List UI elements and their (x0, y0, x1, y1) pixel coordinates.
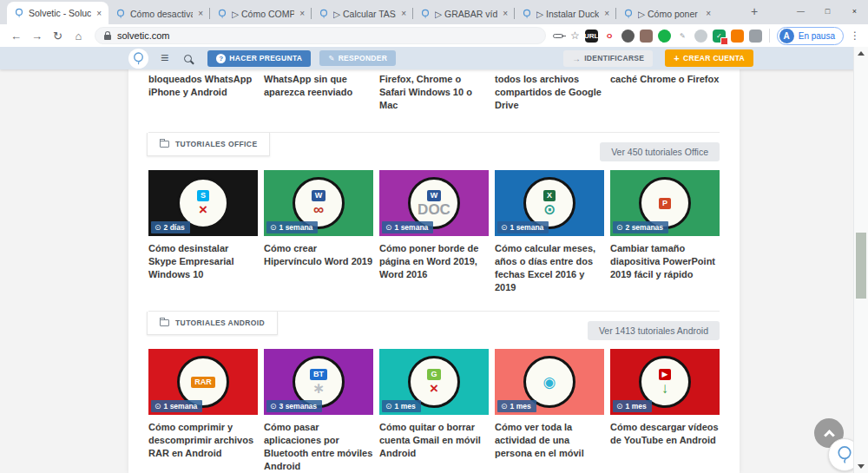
clock-icon: ⊙ (501, 402, 508, 411)
tutorial-thumbnail[interactable]: BT ∗ ⊙ 3 semanas (264, 349, 373, 415)
url-extension-icon[interactable]: URL (585, 30, 598, 43)
tutorial-card[interactable]: W ∞ ⊙ 1 semana Cómo crear Hipervínculo W… (264, 170, 373, 293)
chrome-menu-icon[interactable]: ⋮ (849, 30, 861, 42)
tutorial-card[interactable]: X ⊙ ⊙ 1 semana Cómo calcular meses, años… (495, 170, 604, 293)
maximize-button[interactable]: □ (814, 0, 841, 23)
bulb-extension-icon[interactable] (694, 30, 707, 43)
section-office-label: TUTORIALES OFFICE (175, 140, 257, 148)
scrollbar-up-arrow[interactable] (858, 51, 865, 56)
clock-icon: ⊙ (155, 223, 161, 232)
tutorial-thumbnail[interactable]: RAR ⊙ 1 semana (148, 349, 258, 415)
avatar: A (779, 29, 794, 43)
clock-icon: ⊙ (501, 223, 508, 232)
view-all-office-button[interactable]: Ver 450 tutoriales Office (600, 142, 720, 161)
respond-button[interactable]: ✎ RESPONDER (319, 50, 396, 66)
browser-tab[interactable]: ▷ GRABAR vídeo con × (413, 3, 515, 24)
tutorial-card[interactable]: P ⊙ 2 semanas Cambiar tamaño diapositiva… (610, 170, 720, 293)
tutorial-card[interactable]: W DOC ⊙ 1 semana Cómo poner borde de pág… (379, 170, 489, 293)
back-icon[interactable]: ← (7, 30, 25, 43)
reload-icon[interactable]: ↻ (49, 30, 67, 43)
tutorial-title[interactable]: Cómo ver toda la actividad de una person… (495, 421, 604, 460)
close-button[interactable]: × (841, 0, 868, 23)
age-badge: ⊙ 1 semana (382, 221, 433, 233)
bag-extension-icon[interactable] (731, 30, 744, 43)
pill-extension-icon[interactable] (749, 30, 762, 43)
section-tab-office[interactable]: TUTORIALES OFFICE (147, 133, 270, 156)
address-bar[interactable]: solvetic.com (95, 27, 546, 44)
lamp-extension-icon[interactable] (621, 30, 635, 43)
search-icon[interactable] (184, 55, 192, 62)
new-tab-button[interactable]: + (743, 4, 766, 18)
tutorial-thumbnail[interactable]: ▶ ↓ ⊙ 1 mes (610, 349, 720, 415)
browser-tab[interactable]: ▷ Cómo COMPARTIR × (210, 3, 312, 24)
view-all-android-button[interactable]: Ver 1413 tutoriales Android (588, 321, 720, 340)
url-text[interactable]: solvetic.com (117, 30, 170, 41)
tutorial-title[interactable]: Cómo quitar o borrar cuenta Gmail en móv… (379, 421, 489, 460)
tutorial-thumbnail[interactable]: S × ⊙ 2 días (148, 170, 258, 236)
kiwi-extension-icon[interactable] (658, 30, 671, 43)
tutorial-title[interactable]: Cambiar tamaño diapositiva PowerPoint 20… (610, 242, 720, 281)
tab-close-icon[interactable]: × (299, 9, 306, 18)
ask-question-button[interactable]: ? HACER PREGUNTA (207, 50, 311, 67)
tutorial-card[interactable]: RAR ⊙ 1 semana Cómo comprimir y descompr… (148, 349, 258, 472)
bookmark-star-icon[interactable]: ☆ (570, 30, 580, 42)
key-icon[interactable] (553, 34, 563, 38)
menu-hamburger-icon[interactable]: ≡ (161, 50, 168, 66)
forward-icon[interactable]: → (28, 30, 46, 43)
create-account-button[interactable]: + CREAR CUENTA (665, 49, 753, 67)
tab-title: ▷ GRABAR vídeo con (435, 9, 497, 19)
profile-button[interactable]: A En pausa (777, 27, 844, 45)
tutorial-title-partial[interactable]: Firefox, Chrome o Safari Windows 10 o Ma… (379, 73, 489, 125)
tutorial-card[interactable]: S × ⊙ 2 días Cómo desinstalar Skype Empr… (148, 170, 258, 293)
tutorial-title-partial[interactable]: caché Chrome o Firefox (610, 73, 720, 125)
tutorial-title[interactable]: Cómo calcular meses, años o días entre d… (495, 242, 604, 293)
scrollbar-thumb[interactable] (856, 233, 866, 299)
tutorial-title[interactable]: Cómo pasar aplicaciones por Bluetooth en… (264, 421, 373, 472)
page-scrollbar[interactable] (853, 47, 868, 473)
tutorial-thumbnail[interactable]: G × ⊙ 1 mes (379, 349, 489, 415)
tutorial-thumbnail[interactable]: W ∞ ⊙ 1 semana (264, 170, 373, 236)
browser-toolbar: ← → ↻ ⌂ solvetic.com ☆ URL O ✎ ✓ (0, 24, 868, 47)
browser-tab[interactable]: ▷ Calcular TASA de CR × (312, 3, 413, 24)
section-tab-android[interactable]: TUTORIALES ANDROID (147, 312, 278, 335)
tab-close-icon[interactable]: × (400, 9, 407, 18)
clock-icon: ⊙ (385, 402, 392, 411)
office-cards-row: S × ⊙ 2 días Cómo desinstalar Skype Empr… (148, 170, 720, 293)
minimize-button[interactable]: — (787, 0, 814, 23)
tutorial-thumbnail[interactable]: X ⊙ ⊙ 1 semana (495, 170, 604, 236)
solvetic-logo[interactable] (128, 49, 148, 69)
tutorial-title[interactable]: Cómo crear Hipervínculo Word 2019 (264, 242, 373, 268)
brush-extension-icon[interactable]: ✎ (676, 30, 689, 43)
tutorial-title[interactable]: Cómo desinstalar Skype Empresarial Windo… (148, 242, 258, 281)
tutorial-title-partial[interactable]: todos los archivos compartidos de Google… (495, 73, 604, 125)
tutorial-thumbnail[interactable]: ◉ ⊙ 1 mes (495, 349, 604, 415)
browser-tab[interactable]: ▷ Instalar DuckDuckG × (515, 3, 616, 24)
tab-close-icon[interactable]: × (95, 9, 102, 18)
browser-tab[interactable]: Solvetic - Solución a lo × (7, 2, 108, 24)
tab-close-icon[interactable]: × (197, 9, 204, 18)
box-extension-icon[interactable] (640, 30, 653, 43)
tab-close-icon[interactable]: × (502, 9, 509, 18)
tutorial-card[interactable]: ▶ ↓ ⊙ 1 mes Cómo descargar vídeos de You… (610, 349, 720, 472)
tutorial-title-partial[interactable]: bloqueados WhatsApp iPhone y Android (148, 73, 258, 125)
solvetic-favicon (419, 8, 431, 19)
tutorial-title[interactable]: Cómo poner borde de página en Word 2019,… (379, 242, 489, 281)
tutorial-title[interactable]: Cómo comprimir y descomprimir archivos R… (148, 421, 258, 460)
tutorial-title-partial[interactable]: WhatsApp sin que aparezca reenviado (264, 73, 373, 125)
lock-icon (104, 35, 111, 40)
home-icon[interactable]: ⌂ (69, 30, 88, 43)
tutorial-card[interactable]: ◉ ⊙ 1 mes Cómo ver toda la actividad de … (495, 349, 604, 472)
tutorial-card[interactable]: G × ⊙ 1 mes Cómo quitar o borrar cuenta … (379, 349, 489, 472)
opera-extension-icon[interactable]: O (603, 30, 616, 43)
login-button[interactable]: → IDENTIFICARSE (563, 50, 653, 67)
tab-close-icon[interactable]: × (603, 9, 610, 18)
tutorial-thumbnail[interactable]: W DOC ⊙ 1 semana (379, 170, 489, 236)
tutorial-thumbnail[interactable]: P ⊙ 2 semanas (610, 170, 720, 236)
check-extension-icon[interactable]: ✓ (713, 30, 726, 43)
browser-tab[interactable]: Cómo desactivar inicio × (108, 3, 210, 24)
scrollbar-down-arrow[interactable] (858, 464, 865, 469)
tab-close-icon[interactable]: × (705, 9, 712, 18)
browser-tab[interactable]: ▷ Cómo poner borde × (616, 3, 718, 24)
tutorial-title[interactable]: Cómo descargar vídeos de YouTube en Andr… (610, 421, 720, 447)
tutorial-card[interactable]: BT ∗ ⊙ 3 semanas Cómo pasar aplicaciones… (264, 349, 373, 472)
